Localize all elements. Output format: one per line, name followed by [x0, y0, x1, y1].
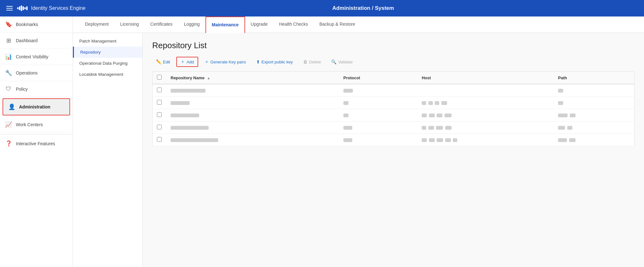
- protocol-cell: [339, 97, 417, 109]
- row-checkbox[interactable]: [157, 100, 162, 105]
- svg-rect-0: [17, 7, 18, 9]
- table-row: [153, 84, 634, 97]
- tab-maintenance[interactable]: Maintenance: [205, 16, 245, 33]
- sidebar-item-work-centers[interactable]: 📈 Work Centers: [0, 117, 73, 133]
- sidebar-item-context-visibility[interactable]: 📊 Context Visibility: [0, 49, 73, 65]
- blurred-protocol: [343, 114, 348, 117]
- protocol-cell: [339, 109, 417, 121]
- dashboard-icon: ⊞: [5, 37, 12, 44]
- blurred-protocol: [343, 126, 352, 130]
- add-icon: ＋: [180, 59, 185, 65]
- protocol-cell: [339, 134, 417, 146]
- tab-upgrade[interactable]: Upgrade: [245, 16, 274, 33]
- sidebar-item-label: Context Visibility: [16, 54, 48, 59]
- add-button[interactable]: ＋ Add: [176, 57, 198, 67]
- bookmarks-icon: 🔖: [5, 21, 12, 28]
- path-cell: [554, 97, 634, 109]
- row-checkbox-cell: [153, 84, 166, 97]
- svg-rect-2: [21, 5, 22, 11]
- content-area: Deployment Licensing Certificates Loggin…: [73, 16, 644, 267]
- blurred-repo-name: [171, 126, 209, 130]
- operations-icon: 🔧: [5, 69, 12, 76]
- table-row: [153, 121, 634, 134]
- repo-name-cell: [166, 134, 339, 146]
- delete-button[interactable]: 🗑 Delete: [299, 57, 325, 66]
- tab-health-checks[interactable]: Health Checks: [273, 16, 314, 33]
- sidebar-item-policy[interactable]: 🛡 Policy: [0, 81, 73, 97]
- blurred-repo-name: [171, 101, 190, 105]
- sidebar-item-label: Dashboard: [16, 38, 38, 43]
- row-checkbox[interactable]: [157, 88, 162, 92]
- sub-sidebar-operational-data-purging[interactable]: Operational Data Purging: [73, 58, 142, 69]
- host-cell: [417, 134, 554, 146]
- header-title: Administration / System: [89, 5, 638, 11]
- table-row: [153, 97, 634, 109]
- hamburger-menu[interactable]: [6, 6, 13, 10]
- repo-name-cell: [166, 109, 339, 121]
- tab-licensing[interactable]: Licensing: [114, 16, 145, 33]
- path-cell: [554, 109, 634, 121]
- main-layout: 🔖 Bookmarks ⊞ Dashboard 📊 Context Visibi…: [0, 16, 644, 267]
- top-header: Identity Services Engine Administration …: [0, 0, 644, 16]
- blurred-path: [558, 89, 563, 93]
- col-header-path: Path: [554, 72, 634, 84]
- path-cell: [554, 121, 634, 134]
- app-name: Identity Services Engine: [31, 5, 86, 11]
- blurred-repo-name: [171, 114, 199, 117]
- select-all-checkbox[interactable]: [157, 75, 162, 80]
- sidebar-item-administration[interactable]: 👤 Administration: [3, 98, 70, 115]
- interactive-features-icon: ❓: [5, 140, 12, 147]
- row-checkbox[interactable]: [157, 125, 162, 129]
- generate-key-pairs-button[interactable]: ＋ Generate Key pairs: [201, 57, 250, 67]
- inner-layout: Patch Management Repository Operational …: [73, 33, 644, 267]
- row-checkbox-cell: [153, 134, 166, 146]
- blurred-protocol: [343, 89, 353, 93]
- path-cell: [554, 134, 634, 146]
- table-row: [153, 134, 634, 146]
- export-icon: ⬆: [256, 59, 260, 64]
- sidebar-item-operations[interactable]: 🔧 Operations: [0, 65, 73, 81]
- validate-label: Validate: [338, 60, 353, 64]
- table-row: [153, 109, 634, 121]
- edit-button[interactable]: ✏️ Edit: [152, 57, 174, 66]
- sidebar-item-label: Policy: [16, 87, 28, 92]
- sidebar-item-bookmarks[interactable]: 🔖 Bookmarks: [0, 16, 73, 33]
- tab-logging[interactable]: Logging: [178, 16, 205, 33]
- row-checkbox-cell: [153, 97, 166, 109]
- row-checkbox[interactable]: [157, 112, 162, 117]
- host-cell: [417, 97, 554, 109]
- validate-icon: 🔍: [331, 59, 336, 64]
- export-public-key-label: Export public key: [262, 60, 293, 64]
- generate-key-pairs-label: Generate Key pairs: [211, 60, 246, 64]
- sidebar-item-label: Interactive Features: [16, 141, 55, 146]
- delete-label: Delete: [309, 60, 321, 64]
- tab-deployment[interactable]: Deployment: [79, 16, 114, 33]
- row-checkbox-cell: [153, 121, 166, 134]
- sidebar-item-label: Administration: [19, 104, 50, 109]
- svg-rect-4: [24, 7, 26, 9]
- col-header-repo-name: Repository Name ▲: [166, 72, 339, 84]
- repo-name-cell: [166, 97, 339, 109]
- sidebar-item-label: Operations: [16, 70, 37, 75]
- tab-backup-restore[interactable]: Backup & Restore: [314, 16, 361, 33]
- edit-icon: ✏️: [156, 59, 161, 64]
- sidebar-item-dashboard[interactable]: ⊞ Dashboard: [0, 33, 73, 49]
- sub-sidebar-localdisk-management[interactable]: Localdisk Management: [73, 69, 142, 80]
- sub-sidebar-patch-management[interactable]: Patch Management: [73, 36, 142, 47]
- host-cell: [417, 121, 554, 134]
- validate-button[interactable]: 🔍 Validate: [327, 57, 356, 66]
- sidebar-item-label: Bookmarks: [16, 22, 38, 27]
- export-public-key-button[interactable]: ⬆ Export public key: [252, 57, 297, 66]
- select-all-header: [153, 72, 166, 84]
- sub-sidebar-repository[interactable]: Repository: [73, 47, 142, 58]
- add-label: Add: [186, 60, 194, 64]
- sort-icon: ▲: [207, 76, 211, 80]
- repository-table: Repository Name ▲ Protocol Host Path: [152, 71, 634, 146]
- generate-key-icon: ＋: [205, 59, 209, 65]
- row-checkbox[interactable]: [157, 137, 162, 142]
- path-cell: [554, 84, 634, 97]
- sidebar-item-interactive-features[interactable]: ❓ Interactive Features: [0, 136, 73, 151]
- blurred-protocol: [343, 101, 348, 105]
- tab-certificates[interactable]: Certificates: [145, 16, 178, 33]
- row-checkbox-cell: [153, 109, 166, 121]
